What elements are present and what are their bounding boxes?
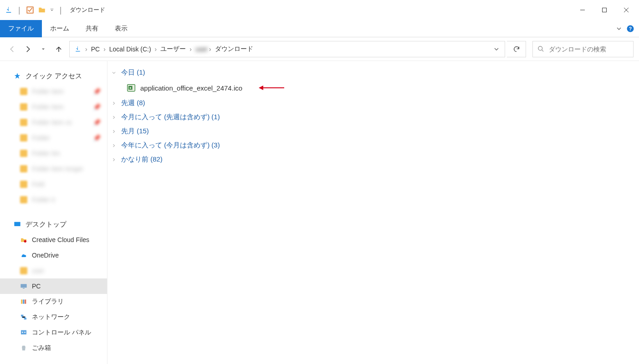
libraries-icon — [20, 298, 27, 305]
quick-access-toolbar: | | ダウンロード — [2, 5, 105, 15]
sidebar-item-label: OneDrive — [32, 252, 59, 259]
group-label: 先週 (8) — [121, 99, 145, 107]
sidebar-desktop[interactable]: デスクトップ — [0, 217, 107, 232]
sidebar-pinned-item[interactable]: Fold — [0, 177, 107, 192]
chevron-down-icon[interactable] — [493, 46, 500, 53]
navigation-row: › PC › Local Disk (C:) › ユーザー › user › ダ… — [0, 37, 639, 61]
svg-rect-14 — [21, 330, 26, 334]
close-button[interactable] — [615, 0, 637, 20]
crumb-pc[interactable]: PC — [88, 46, 102, 53]
svg-text:?: ? — [629, 25, 632, 31]
group-label: 今日 (1) — [121, 68, 145, 77]
address-bar[interactable]: › PC › Local Disk (C:) › ユーザー › user › ダ… — [69, 41, 505, 57]
sidebar-item-label: クイック アクセス — [26, 72, 82, 81]
chevron-right-icon — [111, 129, 118, 134]
group-label: 今月に入って (先週は含めず) (1) — [121, 113, 220, 121]
search-input[interactable] — [549, 46, 629, 53]
sidebar-ccf[interactable]: Creative Cloud Files — [0, 232, 107, 248]
sidebar-pinned-item[interactable]: Folder item📌 — [0, 84, 107, 99]
crumb-user[interactable]: user — [193, 46, 208, 53]
folder-icon — [20, 196, 27, 203]
crumb-users[interactable]: ユーザー — [158, 45, 189, 53]
chevron-right-icon[interactable]: › — [154, 46, 158, 53]
sidebar-item-label: Creative Cloud Files — [32, 236, 89, 243]
folder-icon — [20, 267, 27, 274]
back-button[interactable] — [5, 42, 19, 56]
sidebar-network[interactable]: ネットワーク — [0, 309, 107, 325]
group-this-year[interactable]: 今年に入って (今月は含めず) (3) — [110, 138, 636, 152]
sidebar-libraries[interactable]: ライブラリ — [0, 294, 107, 309]
group-today[interactable]: 今日 (1) — [110, 66, 636, 80]
crumb-disk[interactable]: Local Disk (C:) — [107, 46, 154, 53]
sidebar-recycle-bin[interactable]: ごみ箱 — [0, 340, 107, 356]
checkbox-icon[interactable] — [26, 6, 34, 14]
help-icon[interactable]: ? — [626, 25, 634, 33]
minimize-button[interactable] — [572, 0, 593, 20]
chevron-right-icon[interactable]: › — [84, 46, 88, 53]
chevron-right-icon[interactable]: › — [189, 46, 193, 53]
sidebar-pinned-item[interactable]: Folder item xx📌 — [0, 115, 107, 130]
window-title: ダウンロード — [70, 6, 105, 14]
group-last-week[interactable]: 先週 (8) — [110, 96, 636, 110]
sidebar-pc[interactable]: PC — [0, 278, 107, 294]
sidebar-control-panel[interactable]: コントロール パネル — [0, 325, 107, 340]
titlebar: | | ダウンロード — [0, 0, 639, 20]
creative-cloud-icon — [20, 236, 27, 243]
folder-icon — [20, 134, 27, 142]
ribbon: ファイル ホーム 共有 表示 ? — [0, 20, 639, 37]
sidebar-item-label: ネットワーク — [32, 313, 70, 321]
file-list-pane: 今日 (1) X application_office_excel_2474.i… — [107, 61, 639, 364]
svg-point-15 — [22, 332, 23, 333]
sidebar-pinned-item[interactable]: Folder item📌 — [0, 99, 107, 115]
separator: | — [18, 5, 20, 15]
star-icon — [14, 72, 21, 80]
search-box[interactable] — [532, 41, 634, 57]
tab-view[interactable]: 表示 — [107, 20, 136, 37]
chevron-right-icon[interactable]: › — [102, 46, 107, 53]
network-icon — [20, 313, 27, 321]
sidebar-onedrive[interactable]: OneDrive — [0, 248, 107, 263]
onedrive-icon — [20, 252, 27, 259]
svg-rect-12 — [21, 315, 23, 317]
sidebar-item-label: ライブラリ — [32, 298, 64, 306]
dropdown-caret-icon[interactable] — [50, 6, 54, 14]
folder-icon — [20, 150, 27, 157]
forward-button[interactable] — [21, 42, 35, 56]
file-name: application_office_excel_2474.ico — [140, 84, 242, 92]
excel-ico-icon: X — [127, 83, 136, 92]
recycle-bin-icon — [20, 344, 27, 352]
sidebar-pinned-item[interactable]: Folder itm — [0, 146, 107, 161]
svg-rect-8 — [23, 288, 25, 288]
svg-rect-10 — [23, 299, 24, 303]
folder-icon — [20, 103, 27, 111]
file-item[interactable]: X application_office_excel_2474.ico — [110, 80, 636, 96]
sidebar-quick-access[interactable]: クイック アクセス — [0, 68, 107, 84]
group-long-ago[interactable]: かなり前 (82) — [110, 152, 636, 167]
crumb-downloads[interactable]: ダウンロード — [212, 45, 256, 53]
folder-icon — [20, 165, 27, 172]
chevron-down-icon[interactable] — [615, 25, 623, 32]
up-button[interactable] — [52, 42, 66, 56]
sidebar-user-item[interactable]: user — [0, 263, 107, 278]
sidebar-pinned-item[interactable]: Folder it — [0, 192, 107, 207]
sidebar-item-label: コントロール パネル — [32, 329, 91, 337]
recent-locations-button[interactable] — [36, 42, 50, 56]
folder-icon — [20, 181, 27, 188]
refresh-button[interactable] — [507, 41, 526, 57]
tab-file[interactable]: ファイル — [0, 20, 42, 37]
group-this-month[interactable]: 今月に入って (先週は含めず) (1) — [110, 110, 636, 124]
download-arrow-icon — [74, 46, 82, 53]
maximize-button[interactable] — [593, 0, 615, 20]
search-icon — [537, 46, 544, 52]
sidebar-item-label: デスクトップ — [26, 220, 66, 229]
desktop-icon — [14, 221, 21, 228]
sidebar-item-label: ごみ箱 — [32, 344, 51, 352]
tab-share[interactable]: 共有 — [77, 20, 107, 37]
sidebar-pinned-item[interactable]: Folder item longer — [0, 161, 107, 177]
chevron-right-icon[interactable]: › — [208, 46, 212, 53]
svg-rect-1 — [603, 8, 607, 12]
folder-icon — [20, 88, 27, 95]
sidebar-pinned-item[interactable]: Folder📌 — [0, 130, 107, 146]
group-last-month[interactable]: 先月 (15) — [110, 124, 636, 138]
tab-home[interactable]: ホーム — [42, 20, 77, 37]
